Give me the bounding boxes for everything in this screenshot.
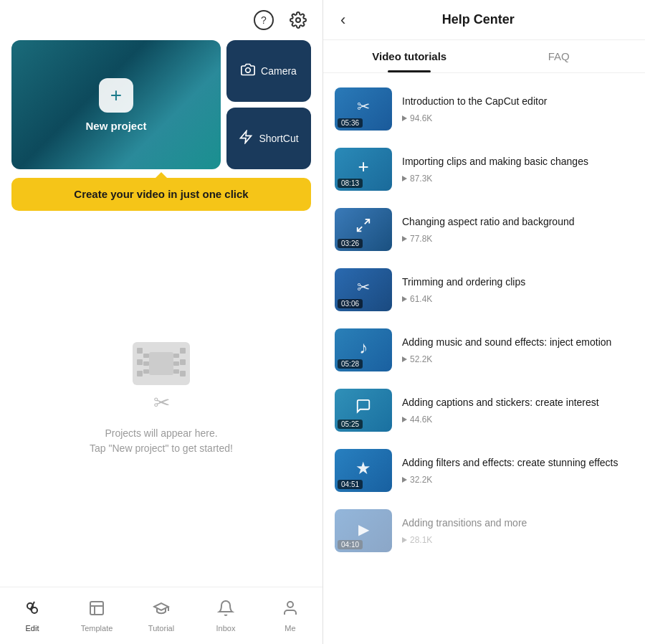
film-icon-container: ✂ [133, 342, 190, 415]
empty-state-text: Projects will appear here. Tap "New proj… [90, 426, 233, 456]
empty-projects: ✂ Projects will appear here. Tap "New pr… [0, 211, 322, 587]
play-icon-6 [402, 417, 407, 422]
help-header: ‹ Help Center [323, 0, 645, 40]
tutorials-list: ✂ 05:36 Introduction to the CapCut edito… [323, 73, 645, 644]
camera-button[interactable]: Camera [226, 40, 311, 102]
tutorial-views-3: 77.8K [402, 234, 634, 244]
svg-rect-13 [90, 602, 103, 615]
settings-button[interactable] [285, 7, 311, 33]
tutorial-item-3[interactable]: 03:26 Changing aspect ratio and backgrou… [323, 199, 645, 260]
camera-label: Camera [261, 65, 297, 77]
help-icon: ? [254, 10, 274, 30]
tutorial-title-4: Trimming and ordering clips [402, 275, 634, 290]
tutorial-item-8[interactable]: ▶ 04:10 Adding transitions and more 28.1… [323, 501, 645, 561]
play-icon-7 [402, 477, 407, 483]
svg-point-12 [32, 607, 37, 613]
nav-item-inbox[interactable]: Inbox [194, 600, 258, 633]
duration-5: 05:28 [338, 359, 363, 369]
tutorial-title-6: Adding captions and stickers: create int… [402, 396, 634, 410]
shortcut-label: ShortCut [259, 133, 298, 144]
svg-rect-3 [149, 352, 173, 375]
tutorial-icon [153, 600, 170, 621]
project-cards: + New project Camera [0, 40, 322, 169]
edit-icon [24, 600, 41, 621]
scissors-icon: ✂ [153, 391, 170, 415]
tutorial-item-6[interactable]: 05:25 Adding captions and stickers: crea… [323, 380, 645, 440]
new-project-button[interactable]: + New project [11, 40, 221, 169]
svg-point-16 [287, 602, 293, 607]
svg-rect-8 [173, 361, 179, 366]
tutorial-info-3: Changing aspect ratio and background 77.… [402, 215, 634, 244]
create-banner[interactable]: Create your video in just one click [11, 178, 311, 211]
svg-rect-5 [143, 361, 149, 366]
play-icon-3 [402, 236, 407, 242]
svg-point-1 [246, 67, 251, 72]
inbox-icon [217, 600, 234, 621]
tutorial-thumb-3: 03:26 [335, 208, 392, 251]
tutorial-info-8: Adding transitions and more 28.1K [402, 516, 634, 545]
template-icon [88, 600, 105, 621]
tutorial-thumb-2: + 08:13 [335, 148, 392, 191]
svg-rect-7 [173, 354, 179, 358]
duration-2: 08:13 [338, 179, 363, 188]
tutorial-thumb-1: ✂ 05:36 [335, 87, 392, 131]
tutorial-title-5: Adding music and sound effects: inject e… [402, 336, 634, 350]
me-icon [282, 600, 299, 621]
edit-label: Edit [26, 624, 39, 633]
tutorial-info-4: Trimming and ordering clips 61.4K [402, 275, 634, 304]
nav-item-tutorial[interactable]: Tutorial [129, 600, 194, 633]
play-icon-2 [402, 176, 407, 181]
help-button[interactable]: ? [251, 7, 277, 33]
tutorial-thumb-6: 05:25 [335, 389, 392, 432]
tutorial-views-4: 61.4K [402, 294, 634, 304]
svg-line-18 [358, 227, 362, 231]
tab-faq[interactable]: FAQ [484, 40, 634, 72]
play-icon-4 [402, 296, 407, 302]
svg-rect-9 [173, 369, 179, 374]
help-center-title: Help Center [360, 12, 596, 27]
nav-item-template[interactable]: Template [64, 600, 129, 633]
shortcut-icon [239, 130, 253, 148]
duration-6: 05:25 [338, 420, 363, 429]
svg-marker-2 [241, 131, 252, 143]
tutorial-title-1: Introduction to the CapCut editor [402, 95, 634, 109]
nav-item-edit[interactable]: Edit [0, 600, 64, 633]
tutorial-item-1[interactable]: ✂ 05:36 Introduction to the CapCut edito… [323, 79, 645, 139]
gear-icon [288, 10, 308, 30]
plus-icon: + [99, 78, 133, 113]
me-label: Me [285, 624, 295, 633]
tutorial-info-7: Adding filters and effects: create stunn… [402, 456, 634, 485]
right-cards: Camera ShortCut [226, 40, 311, 169]
tutorial-views-5: 52.2K [402, 354, 634, 364]
left-header: ? [0, 0, 322, 40]
film-strip-icon [133, 342, 190, 385]
tutorial-title-7: Adding filters and effects: create stunn… [402, 456, 634, 470]
right-panel: ‹ Help Center Video tutorials FAQ ✂ 05:3… [322, 0, 645, 644]
tutorial-views-1: 94.6K [402, 113, 634, 123]
tutorial-views-8: 28.1K [402, 535, 634, 545]
tutorial-views-2: 87.3K [402, 174, 634, 184]
tutorial-title-3: Changing aspect ratio and background [402, 215, 634, 229]
tutorial-item-4[interactable]: ✂ 03:06 Trimming and ordering clips 61.4… [323, 260, 645, 320]
duration-7: 04:51 [338, 480, 363, 489]
duration-3: 03:26 [338, 239, 363, 248]
svg-rect-4 [143, 354, 149, 358]
play-icon-5 [402, 356, 407, 362]
tutorial-views-6: 44.6K [402, 415, 634, 425]
tutorial-views-7: 32.2K [402, 475, 634, 485]
tutorial-item-7[interactable]: ★ 04:51 Adding filters and effects: crea… [323, 440, 645, 501]
tutorial-item-5[interactable]: ♪ 05:28 Adding music and sound effects: … [323, 320, 645, 380]
tutorial-item-2[interactable]: + 08:13 Importing clips and making basic… [323, 139, 645, 199]
duration-1: 05:36 [338, 118, 363, 128]
play-icon-1 [402, 115, 407, 121]
back-button[interactable]: ‹ [335, 8, 351, 32]
inbox-label: Inbox [216, 624, 236, 633]
tutorial-info-6: Adding captions and stickers: create int… [402, 396, 634, 425]
nav-item-me[interactable]: Me [258, 600, 322, 633]
create-banner-text: Create your video in just one click [74, 188, 248, 200]
duration-4: 03:06 [338, 299, 363, 308]
tutorial-label: Tutorial [148, 624, 174, 633]
play-icon-8 [402, 537, 407, 543]
tab-video-tutorials[interactable]: Video tutorials [335, 40, 484, 72]
shortcut-button[interactable]: ShortCut [226, 108, 311, 169]
